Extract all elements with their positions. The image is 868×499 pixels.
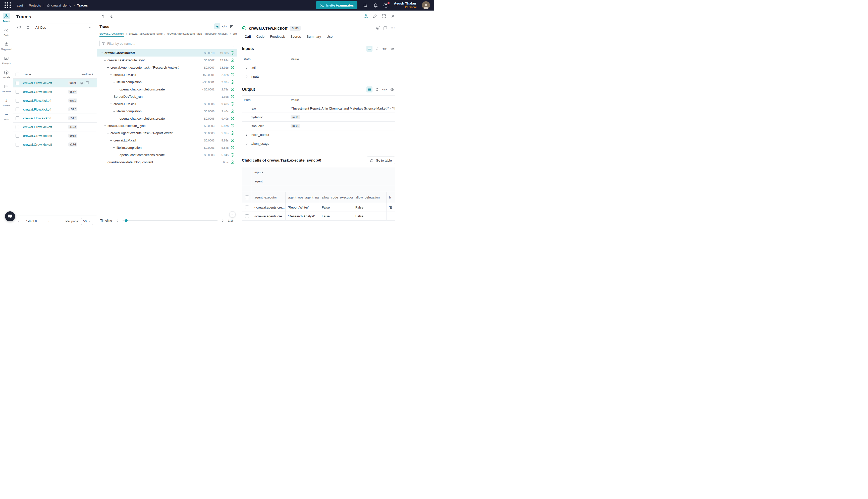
- chevron-down-icon[interactable]: [106, 66, 110, 69]
- call-tab[interactable]: Use: [324, 33, 335, 40]
- chevron-down-icon[interactable]: [109, 139, 113, 142]
- hide-eye-icon[interactable]: [389, 86, 395, 93]
- sidebar-item-datasets[interactable]: Datasets: [0, 83, 13, 93]
- tree-view-icon[interactable]: [214, 23, 220, 29]
- key-value-row[interactable]: tasks_output: [242, 130, 395, 139]
- key-value-row[interactable]: json_dict null: [242, 122, 395, 130]
- previous-trace-arrow-icon[interactable]: [101, 14, 106, 19]
- column-settings-icon[interactable]: [24, 24, 30, 31]
- row-checkbox[interactable]: [15, 134, 19, 138]
- next-trace-arrow-icon[interactable]: [110, 14, 114, 19]
- chevron-down-icon[interactable]: [106, 132, 110, 135]
- refresh-icon[interactable]: [15, 24, 22, 31]
- trace-op-name[interactable]: crewai.Crew.kickoff: [23, 90, 52, 94]
- invite-teammates-button[interactable]: Invite teammates: [316, 1, 358, 9]
- column-header[interactable]: agent_executor: [252, 192, 285, 203]
- close-icon[interactable]: [391, 14, 395, 19]
- call-tree-row[interactable]: SerperDevTool._run 1.66s: [97, 93, 237, 100]
- key-value-row[interactable]: pydantic null: [242, 113, 395, 122]
- view-list-icon[interactable]: [367, 46, 372, 52]
- timeline-slider-handle[interactable]: [125, 219, 127, 222]
- key-value-row[interactable]: inputs: [242, 72, 395, 81]
- column-header[interactable]: agent_ops_agent_nan: [285, 192, 319, 203]
- chevron-down-icon[interactable]: [109, 73, 113, 76]
- path-tab[interactable]: crewai.Task.execute_sync: [129, 30, 162, 37]
- view-code-icon[interactable]: </>: [382, 46, 387, 52]
- call-tab[interactable]: Summary: [303, 33, 324, 40]
- per-page-select[interactable]: 50: [81, 218, 93, 225]
- select-all-checkbox[interactable]: [245, 195, 249, 199]
- table-row[interactable]: crewai.Crew.kickoff e058: [13, 131, 97, 140]
- comment-icon[interactable]: [85, 81, 89, 85]
- trace-op-name[interactable]: crewai.Crew.kickoff: [23, 143, 52, 146]
- key-value-row[interactable]: self: [242, 63, 395, 72]
- chevron-right-icon[interactable]: [245, 133, 249, 136]
- sidebar-item-traces[interactable]: Traces: [0, 13, 13, 22]
- scroll-to-top-button[interactable]: [229, 211, 236, 218]
- chevron-down-icon[interactable]: [100, 51, 104, 54]
- trace-op-name[interactable]: crewai.Flow.kickoff: [23, 108, 51, 111]
- call-tree-row[interactable]: crewai.Task.execute_sync $0.0003 5.87s: [97, 122, 237, 130]
- row-checkbox[interactable]: [15, 116, 19, 120]
- call-tree-row[interactable]: crewai.Crew.kickoff $0.0010 19.83s: [97, 49, 237, 57]
- breadcrumb-team[interactable]: ayut: [16, 3, 23, 7]
- timeline-slider[interactable]: [123, 220, 218, 221]
- table-row[interactable]: <crewai.agents.cre... 'Report Writer' Fa…: [242, 203, 395, 212]
- row-checkbox[interactable]: [15, 143, 19, 146]
- sidebar-item-playground[interactable]: Playground: [0, 41, 13, 50]
- chevron-down-icon[interactable]: [112, 110, 116, 113]
- chat-support-button[interactable]: [5, 211, 15, 221]
- row-checkbox[interactable]: [245, 206, 249, 209]
- call-tree-row[interactable]: crewai.Agent.execute_task - 'Research An…: [97, 64, 237, 71]
- row-checkbox[interactable]: [15, 99, 19, 102]
- add-reaction-icon[interactable]: [79, 81, 83, 85]
- ops-filter-select[interactable]: All Ops: [33, 24, 94, 31]
- view-code-icon[interactable]: </>: [382, 86, 387, 93]
- call-tree-row[interactable]: openai.chat.completions.create <$0.0001 …: [97, 86, 237, 93]
- call-tab[interactable]: Feedback: [267, 33, 288, 40]
- next-page-button[interactable]: ›: [46, 219, 51, 224]
- add-reaction-icon[interactable]: [376, 26, 380, 30]
- trace-op-name[interactable]: crewai.Crew.kickoff: [23, 134, 52, 138]
- sidebar-item-models[interactable]: Models: [0, 69, 13, 78]
- chevron-right-icon[interactable]: [245, 66, 249, 69]
- fullscreen-expand-icon[interactable]: [382, 14, 386, 19]
- go-to-table-button[interactable]: Go to table: [367, 157, 395, 164]
- call-tree-row[interactable]: crewai.LLM.call $0.0006 9.40s: [97, 100, 237, 108]
- table-row[interactable]: crewai.Crew.kickoff a17d: [13, 140, 97, 149]
- path-tab[interactable]: crewai.LLM.cal: [233, 30, 237, 37]
- row-checkbox[interactable]: [15, 125, 19, 129]
- breadcrumb-page[interactable]: Traces: [77, 3, 88, 7]
- call-id-badge[interactable]: 9d89: [290, 26, 301, 31]
- help-icon[interactable]: ?: [384, 3, 388, 8]
- call-tree-row[interactable]: crewai.LLM.call <$0.0001 2.82s: [97, 71, 237, 78]
- user-menu[interactable]: Ayush Thakur Personal: [394, 1, 417, 9]
- row-checkbox[interactable]: [15, 108, 19, 111]
- wandb-logo[interactable]: [4, 2, 11, 9]
- column-header[interactable]: b: [386, 192, 395, 203]
- toggle-trace-tree-icon[interactable]: [364, 14, 368, 19]
- select-all-checkbox[interactable]: [15, 73, 19, 76]
- prev-page-button[interactable]: ‹: [16, 219, 21, 224]
- call-tree-row[interactable]: litellm.completion $0.0006 9.40s: [97, 108, 237, 115]
- table-row[interactable]: crewai.Crew.kickoff 657f: [13, 87, 97, 96]
- chevron-down-icon[interactable]: [112, 81, 116, 84]
- column-header[interactable]: allow_delegation: [352, 192, 386, 203]
- row-checkbox[interactable]: [15, 81, 19, 85]
- call-tree-row[interactable]: crewai.Agent.execute_task - 'Report Writ…: [97, 130, 237, 137]
- call-tree-row[interactable]: crewai.LLM.call $0.0003 5.85s: [97, 137, 237, 144]
- call-tab[interactable]: Scores: [288, 33, 303, 40]
- row-checkbox[interactable]: [15, 90, 19, 94]
- chevron-down-icon[interactable]: [112, 146, 116, 149]
- sidebar-item-prompts[interactable]: Prompts: [0, 55, 13, 64]
- breadcrumb-projects[interactable]: Projects: [29, 3, 41, 7]
- op-filter-input[interactable]: [107, 42, 232, 46]
- chevron-down-icon[interactable]: [103, 59, 107, 62]
- flame-graph-icon[interactable]: [228, 23, 234, 29]
- expand-collapse-rows-icon[interactable]: [374, 46, 380, 52]
- path-tab[interactable]: crewai.Crew.kickoff: [99, 30, 124, 37]
- call-tab[interactable]: Code: [254, 33, 267, 40]
- breadcrumb-project[interactable]: crewai_demo: [47, 3, 71, 7]
- chevron-down-icon[interactable]: [103, 124, 107, 127]
- sidebar-item-evals[interactable]: Evals: [0, 27, 13, 36]
